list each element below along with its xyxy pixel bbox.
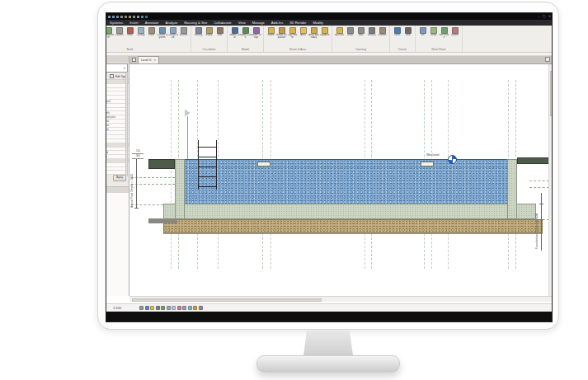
close-icon[interactable]: ✕ [153,59,156,62]
vertical-scrollbar[interactable] [548,64,553,296]
quick-access-toolbar-icon[interactable] [108,16,111,18]
ribbon-group-build: Wall Door Window [106,26,191,52]
ribbon-tab[interactable]: Modify [310,20,327,26]
ribbon-button[interactable]: Wall [355,26,366,40]
ribbon-button[interactable]: Stair [214,26,225,40]
ribbon-tab[interactable]: Manage [249,20,268,26]
ribbon-button[interactable]: Model Line [240,26,251,40]
quick-access-toolbar-icon[interactable] [125,16,127,18]
apply-button[interactable]: Apply [113,175,126,181]
ribbon-button-icon [268,27,275,34]
view-control-icon[interactable] [139,306,143,310]
quick-access-toolbar-icon[interactable] [112,16,115,18]
ribbon-tab[interactable]: 3D Render [286,20,309,26]
ribbon-button[interactable]: Ramp [204,26,214,40]
ribbon-button[interactable]: Model Group [251,26,261,40]
type-selector-value: Floor Plan [106,67,122,70]
view-control-icon[interactable] [193,306,197,310]
ribbon-button[interactable]: Railing [193,26,204,40]
ribbon-button[interactable]: Roof [125,26,135,40]
ribbon-button[interactable]: Floor [146,26,157,40]
ribbon-tab[interactable]: Massing & Site [181,20,210,26]
elevation-marker-stem [187,116,188,159]
ribbon-button[interactable]: Level [392,26,402,40]
ribbon-button[interactable]: Grid [402,26,413,40]
ribbon-button[interactable]: Mullion [178,26,189,40]
view-control-icon[interactable] [161,306,165,310]
foundation-bottom-line [163,233,543,234]
ribbon-button-icon [347,27,354,34]
ribbon-button[interactable]: Room [266,26,276,40]
ribbon-button[interactable]: Tag Room [287,26,298,40]
view-control-icon[interactable] [172,306,176,310]
view-control-icon[interactable] [177,306,181,310]
window-control-button[interactable]: ▢ [543,13,546,20]
ribbon-button[interactable]: Area [298,26,308,40]
ribbon-button[interactable]: Vertical [366,26,377,40]
tab-list-icon[interactable] [545,57,550,62]
ribbon-button[interactable]: Ref Plane [439,26,449,40]
level-dash [131,177,175,178]
ribbon-button-icon [232,27,238,34]
view-control-icon[interactable] [156,306,160,310]
ribbon-group-circulation: Railing Ramp Stair [191,26,228,52]
ribbon-tab[interactable]: Systems [106,20,126,26]
quick-access-toolbar-icon[interactable] [120,16,123,18]
ribbon-tab[interactable]: Insert [126,20,141,26]
view-control-icon[interactable] [182,306,186,310]
view-control-icon[interactable] [167,306,171,310]
window-control-button[interactable]: ✕ [548,13,551,20]
view-control-icon[interactable] [188,306,192,310]
view-control-icon[interactable] [145,306,149,310]
ribbon-button-icon [181,27,187,34]
window-control-button[interactable]: – [539,13,540,20]
view-scale-button[interactable]: 1:100 [113,306,121,310]
ribbon-button[interactable]: Curtain System [157,26,167,40]
ribbon-tab[interactable]: View [235,20,249,26]
ribbon-button[interactable]: Area Boundary [308,26,319,40]
ribbon-button[interactable]: Viewer [449,26,460,40]
view-control-icon[interactable] [199,306,203,310]
ribbon: Modify Select Wall [106,26,553,53]
ribbon-button[interactable]: Ceiling [135,26,146,40]
quick-access-toolbar-icon[interactable] [129,16,131,18]
browser-tree-item[interactable]: Revit Links [106,242,129,246]
ribbon-button-icon [159,27,166,34]
ribbon-button-icon [405,27,412,34]
ribbon-button[interactable]: Set [417,26,428,40]
ribbon-button[interactable]: Component [106,26,114,40]
horizontal-scrollbar[interactable] [129,296,553,302]
ribbon-button[interactable]: Room Separator [276,26,287,40]
ribbon-button-icon [170,27,176,34]
chevron-down-icon: ▾ [124,67,125,70]
quick-access-toolbar-icon[interactable] [116,16,119,18]
ribbon-button[interactable]: Dormer [377,26,388,40]
ribbon-button-icon [148,27,155,34]
dimension-line [541,193,542,251]
quick-access-toolbar-icon[interactable] [141,16,143,18]
ground-strip-left [148,218,177,223]
view-control-icon[interactable] [150,306,154,310]
ribbon-tab[interactable]: Analyze [162,20,181,26]
ribbon-button[interactable]: Column [114,26,125,40]
properties-scrollbar[interactable] [125,73,128,176]
ribbon-button[interactable]: Model Text [229,26,240,40]
quick-access-toolbar-icon[interactable] [137,16,139,18]
dimension-tick [539,219,543,220]
ribbon-button[interactable]: Show [428,26,439,40]
quick-access-toolbar-icon[interactable] [133,16,135,18]
ribbon-tab[interactable]: Add-Ins [268,20,286,26]
ribbon-button[interactable]: Shaft [345,26,355,40]
ribbon-tab[interactable]: Annotate [142,20,162,26]
ribbon-button[interactable]: By Face [334,26,345,40]
drawing-canvas[interactable]: Wet Level Actual Pool Depth = 1435 [129,64,553,296]
dimension-text: 300 [136,155,140,157]
ribbon-group-label: Room & Area [266,47,330,52]
ribbon-tab[interactable]: Collaborate [210,20,234,26]
ribbon-button[interactable]: Curtain Grid [167,26,178,40]
ribbon-button[interactable]: Tag Area [319,26,330,40]
quick-access-toolbar-icon[interactable] [145,16,148,18]
type-selector[interactable]: Floor Plan ▾ [106,63,128,73]
view-tab-level-0[interactable]: Level 0 ✕ [138,56,159,63]
ribbon-button-icon [138,27,144,34]
